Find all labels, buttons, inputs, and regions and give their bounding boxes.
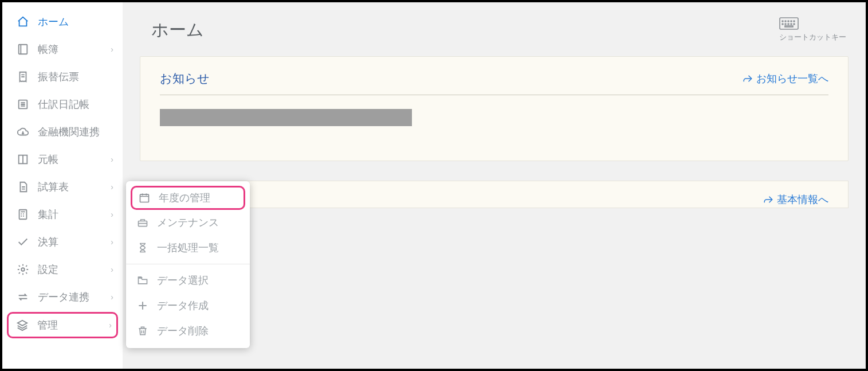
sidebar-item-data-sync[interactable]: データ連携 › xyxy=(2,283,123,311)
submenu-item-data-select[interactable]: データ選択 xyxy=(126,268,250,293)
plus-icon xyxy=(136,300,149,311)
chevron-right-icon: › xyxy=(111,292,113,302)
gear-icon xyxy=(16,263,30,276)
sidebar-item-label: 振替伝票 xyxy=(38,70,79,84)
submenu-label: データ選択 xyxy=(157,274,209,287)
sidebar-item-closing[interactable]: 決算 › xyxy=(2,228,123,256)
svg-point-10 xyxy=(794,21,795,22)
sidebar-item-home[interactable]: ホーム xyxy=(2,8,123,36)
share-arrow-icon xyxy=(763,194,773,205)
sidebar-item-ledger[interactable]: 元帳 › xyxy=(2,146,123,173)
sidebar-item-transfer-slip[interactable]: 振替伝票 xyxy=(2,63,123,91)
svg-rect-0 xyxy=(19,45,28,54)
chevron-right-icon: › xyxy=(111,237,113,247)
calculator-icon xyxy=(16,208,30,221)
receipt-icon xyxy=(16,71,30,83)
sidebar-item-label: 管理 xyxy=(37,318,58,332)
svg-point-12 xyxy=(785,24,786,25)
notice-list-link[interactable]: お知らせ一覧へ xyxy=(743,72,828,85)
chevron-right-icon: › xyxy=(111,265,113,274)
list-icon xyxy=(16,98,30,111)
check-icon xyxy=(16,236,30,248)
notice-title: お知らせ xyxy=(160,71,210,87)
submenu-item-data-create[interactable]: データ作成 xyxy=(126,293,250,318)
keyboard-icon xyxy=(779,17,846,30)
layers-icon xyxy=(15,319,29,331)
basic-info-label: 基本情報へ xyxy=(777,193,828,206)
submenu-label: 年度の管理 xyxy=(159,191,210,205)
chevron-right-icon: › xyxy=(111,155,113,164)
svg-point-4 xyxy=(21,268,25,271)
submenu-label: データ作成 xyxy=(157,299,209,313)
submenu-item-batch-list[interactable]: 一括処理一覧 xyxy=(126,235,250,260)
svg-point-13 xyxy=(788,24,789,25)
svg-rect-16 xyxy=(785,26,793,27)
admin-submenu: 年度の管理 メンテナンス 一括処理一覧 データ選択 データ作成 データ削除 xyxy=(126,181,250,348)
redacted-content xyxy=(160,109,412,126)
columns-icon xyxy=(16,153,30,166)
svg-point-15 xyxy=(794,24,795,25)
submenu-item-data-delete[interactable]: データ削除 xyxy=(126,318,250,343)
submenu-label: データ削除 xyxy=(157,324,209,338)
svg-rect-17 xyxy=(140,194,149,202)
toolbox-icon xyxy=(136,217,149,228)
cloud-download-icon xyxy=(16,126,30,138)
submenu-label: メンテナンス xyxy=(157,216,219,229)
sidebar-item-trial-balance[interactable]: 試算表 › xyxy=(2,173,123,201)
svg-point-9 xyxy=(791,21,792,22)
shortcut-key-button[interactable]: ショートカットキー xyxy=(779,17,846,42)
sidebar-item-label: 仕訳日記帳 xyxy=(38,97,89,111)
chevron-right-icon: › xyxy=(109,321,112,330)
submenu-item-maintenance[interactable]: メンテナンス xyxy=(126,210,250,235)
sidebar-item-label: 試算表 xyxy=(38,180,69,194)
sync-icon xyxy=(16,291,30,303)
sidebar-item-label: ホーム xyxy=(38,15,69,29)
home-icon xyxy=(16,15,30,28)
svg-point-6 xyxy=(782,21,783,22)
sidebar-item-label: 設定 xyxy=(38,263,58,276)
sidebar-item-label: データ連携 xyxy=(38,290,89,304)
basic-info-link[interactable]: 基本情報へ xyxy=(763,193,828,206)
submenu-item-year-management[interactable]: 年度の管理 xyxy=(131,186,245,210)
sidebar-item-label: 集計 xyxy=(38,208,58,221)
folder-open-icon xyxy=(136,275,149,286)
submenu-separator xyxy=(126,264,250,264)
sidebar: ホーム 帳簿 › 振替伝票 仕訳日記帳 金融機関連携 xyxy=(2,2,123,369)
sidebar-item-admin[interactable]: 管理 › xyxy=(7,312,118,338)
chevron-right-icon: › xyxy=(111,45,113,54)
notice-link-label: お知らせ一覧へ xyxy=(756,72,828,85)
sidebar-item-settings[interactable]: 設定 › xyxy=(2,256,123,283)
main-header: ホーム ショートカットキー xyxy=(140,14,849,56)
chevron-right-icon: › xyxy=(111,210,113,219)
sidebar-item-bank-link[interactable]: 金融機関連携 xyxy=(2,118,123,146)
calendar-icon xyxy=(138,192,151,204)
sidebar-item-label: 元帳 xyxy=(38,153,58,166)
sidebar-item-books[interactable]: 帳簿 › xyxy=(2,36,123,63)
sidebar-item-label: 決算 xyxy=(38,235,58,249)
share-arrow-icon xyxy=(743,73,753,84)
sidebar-item-label: 帳簿 xyxy=(38,42,58,56)
document-icon xyxy=(16,181,30,193)
svg-point-7 xyxy=(785,21,786,22)
svg-point-8 xyxy=(788,21,789,22)
shortcut-label: ショートカットキー xyxy=(779,33,846,41)
hourglass-icon xyxy=(136,242,149,253)
svg-point-11 xyxy=(782,24,783,25)
trash-icon xyxy=(136,325,149,337)
sidebar-item-aggregate[interactable]: 集計 › xyxy=(2,201,123,228)
svg-point-14 xyxy=(791,24,792,25)
book-icon xyxy=(16,43,30,56)
submenu-label: 一括処理一覧 xyxy=(157,241,219,255)
sidebar-item-label: 金融機関連携 xyxy=(38,125,100,139)
sidebar-item-journal[interactable]: 仕訳日記帳 xyxy=(2,91,123,118)
chevron-right-icon: › xyxy=(111,182,113,192)
notice-panel: お知らせ お知らせ一覧へ xyxy=(140,56,849,161)
page-title: ホーム xyxy=(151,18,204,42)
